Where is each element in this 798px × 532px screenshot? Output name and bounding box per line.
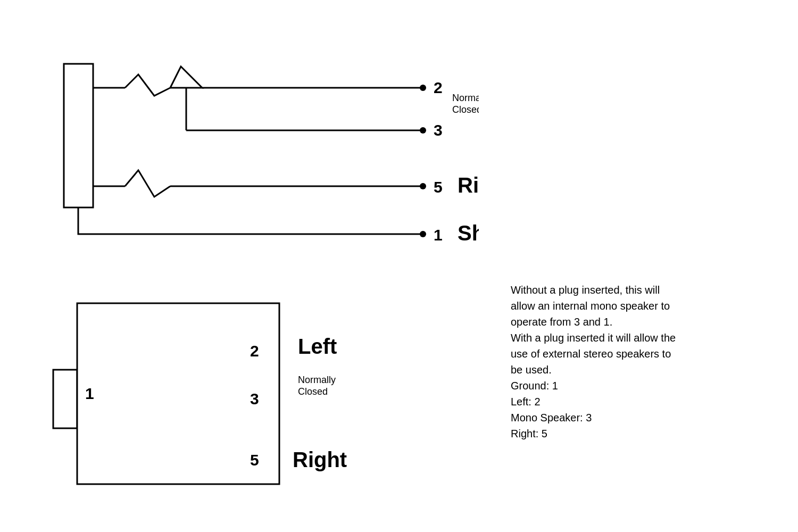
desc-line5: use of external stereo speakers to [511,348,671,360]
svg-text:2: 2 [250,342,259,360]
svg-text:Normally: Normally [298,375,336,385]
svg-point-9 [420,183,426,189]
svg-rect-0 [64,64,93,207]
desc-line1: Without a plug inserted, this will [511,284,660,296]
svg-text:3: 3 [250,390,259,408]
desc-left: Left: 2 [511,396,541,408]
svg-point-4 [420,85,426,91]
svg-point-6 [420,127,426,134]
svg-rect-21 [77,303,279,484]
svg-text:Closed: Closed [298,386,328,397]
svg-text:Right: Right [293,448,347,471]
svg-text:Shield: Shield [458,221,479,245]
svg-text:Closed: Closed [452,104,479,115]
main-container: { "top": { "label2": "2", "label3": "3",… [0,0,798,532]
svg-text:Left: Left [478,95,479,119]
top-diagram-svg: 2 3 5 1 Normally Closed Left Right Shiel… [21,21,479,261]
desc-line2: allow an internal mono speaker to [511,300,670,312]
svg-text:3: 3 [434,121,443,139]
svg-text:Right: Right [458,173,479,197]
desc-line6: be used. [511,364,552,376]
desc-line3: operate from 3 and 1. [511,316,612,328]
svg-rect-20 [53,370,77,428]
desc-line4: With a plug inserted it will allow the [511,332,676,344]
svg-text:Normally: Normally [452,93,479,103]
svg-text:1: 1 [85,385,94,402]
svg-text:1: 1 [434,226,443,244]
svg-text:Left: Left [298,335,337,358]
bottom-diagram-svg: 1 2 3 5 Left Normally Closed Right [21,277,479,511]
svg-point-10 [420,231,426,237]
desc-ground: Ground: 1 [511,380,558,392]
svg-text:2: 2 [434,79,443,96]
desc-right: Right: 5 [511,428,547,439]
svg-text:5: 5 [434,178,443,196]
svg-text:5: 5 [250,451,259,469]
desc-mono: Mono Speaker: 3 [511,412,592,423]
description-panel: Without a plug inserted, this will allow… [511,282,787,442]
